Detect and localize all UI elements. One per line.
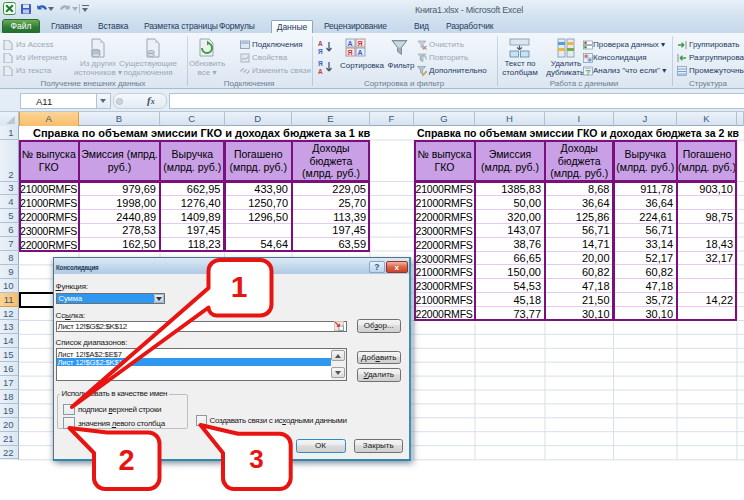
svg-text:3: 3 [249, 444, 263, 474]
svg-text:1: 1 [231, 270, 248, 303]
svg-text:2: 2 [118, 444, 134, 476]
